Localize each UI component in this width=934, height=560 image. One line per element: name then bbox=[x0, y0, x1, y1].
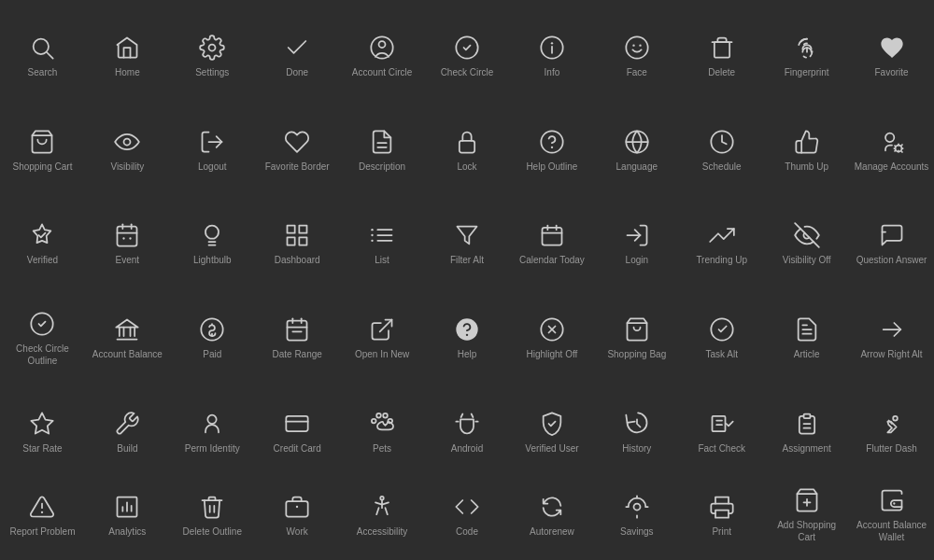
icon-star-rate[interactable]: Star Rate bbox=[0, 385, 85, 480]
icon-history[interactable]: History bbox=[594, 385, 679, 480]
icon-lightbulb[interactable]: Lightbulb bbox=[170, 198, 255, 292]
icon-accessibility[interactable]: Accessibility bbox=[340, 480, 425, 551]
svg-point-20 bbox=[541, 131, 562, 152]
icon-lock[interactable]: Lock bbox=[425, 104, 510, 198]
icon-task-alt[interactable]: Task Alt bbox=[679, 291, 764, 385]
svg-marker-71 bbox=[32, 413, 53, 433]
svg-point-75 bbox=[372, 419, 376, 424]
icon-language[interactable]: Language bbox=[594, 104, 679, 198]
svg-rect-81 bbox=[712, 416, 725, 431]
icon-fingerprint[interactable]: Fingerprint bbox=[764, 9, 849, 104]
icon-event[interactable]: Event bbox=[85, 198, 170, 292]
icon-dashboard[interactable]: Dashboard bbox=[255, 198, 340, 292]
icon-flutter-dash[interactable]: Flutter Dash bbox=[849, 385, 934, 480]
icon-list[interactable]: List bbox=[340, 198, 425, 292]
icon-account-balance[interactable]: Account Balance bbox=[85, 291, 170, 385]
svg-rect-45 bbox=[542, 228, 561, 245]
icon-print[interactable]: Print bbox=[679, 480, 764, 551]
svg-point-25 bbox=[885, 133, 894, 141]
icon-credit-card[interactable]: Credit Card bbox=[255, 385, 340, 480]
icon-savings[interactable]: Savings bbox=[594, 480, 679, 551]
icon-analytics[interactable]: Analytics bbox=[85, 480, 170, 551]
icon-manage-accounts[interactable]: Manage Accounts bbox=[849, 104, 934, 198]
icon-visibility-off[interactable]: Visibility Off bbox=[764, 198, 849, 292]
icon-assignment[interactable]: Assignment bbox=[764, 385, 849, 480]
icon-face[interactable]: Face bbox=[594, 9, 679, 104]
icon-article[interactable]: Article bbox=[764, 291, 849, 385]
icon-account-balance-wallet[interactable]: Account Balance Wallet bbox=[849, 480, 934, 551]
icon-settings[interactable]: Settings bbox=[170, 9, 255, 104]
svg-rect-19 bbox=[460, 141, 474, 153]
svg-line-79 bbox=[461, 414, 463, 418]
icon-schedule[interactable]: Schedule bbox=[679, 104, 764, 198]
icon-trending-up[interactable]: Trending Up bbox=[679, 198, 764, 292]
icon-search[interactable]: Search bbox=[0, 9, 85, 104]
icon-filter-alt[interactable]: Filter Alt bbox=[425, 198, 510, 292]
icon-open-in-new[interactable]: Open In New bbox=[340, 291, 425, 385]
svg-point-0 bbox=[34, 39, 49, 54]
icon-verified-user[interactable]: Verified User bbox=[509, 385, 594, 480]
icon-highlight-off[interactable]: Highlight Off bbox=[509, 291, 594, 385]
icon-autorenew[interactable]: Autorenew bbox=[509, 480, 594, 551]
icon-help[interactable]: Help bbox=[425, 291, 510, 385]
icon-logout[interactable]: Logout bbox=[170, 104, 255, 198]
svg-point-15 bbox=[124, 138, 131, 145]
icon-date-range[interactable]: Date Range bbox=[255, 291, 340, 385]
icon-visibility[interactable]: Visibility bbox=[85, 104, 170, 198]
svg-point-96 bbox=[380, 496, 384, 499]
icon-done[interactable]: Done bbox=[255, 9, 340, 104]
svg-rect-94 bbox=[287, 501, 308, 516]
icon-perm-identity[interactable]: Perm Identity bbox=[170, 385, 255, 480]
svg-rect-84 bbox=[803, 414, 810, 419]
icon-check-circle-outline[interactable]: Check Circle Outline bbox=[0, 291, 85, 385]
icon-shopping-bag[interactable]: Shopping Bag bbox=[594, 291, 679, 385]
icon-report-problem[interactable]: Report Problem bbox=[0, 480, 85, 551]
svg-line-1 bbox=[48, 52, 53, 58]
icon-grid: Search Home Settings Done Account Circle… bbox=[0, 0, 934, 560]
icon-calendar-today[interactable]: Calendar Today bbox=[509, 198, 594, 292]
svg-point-87 bbox=[893, 416, 898, 421]
svg-point-9 bbox=[626, 36, 647, 58]
icon-login[interactable]: Login bbox=[594, 198, 679, 292]
icon-pets[interactable]: Pets bbox=[340, 385, 425, 480]
icon-delete-outline[interactable]: Delete Outline bbox=[170, 480, 255, 551]
svg-rect-54 bbox=[288, 321, 307, 341]
icon-android[interactable]: Android bbox=[425, 385, 510, 480]
icon-fact-check[interactable]: Fact Check bbox=[679, 385, 764, 480]
icon-help-outline[interactable]: Help Outline bbox=[509, 104, 594, 198]
icon-check-circle[interactable]: Check Circle bbox=[425, 9, 510, 104]
icon-add-shopping-cart[interactable]: Add Shopping Cart bbox=[764, 480, 849, 551]
svg-point-53 bbox=[202, 319, 223, 341]
icon-build[interactable]: Build bbox=[85, 385, 170, 480]
icon-work[interactable]: Work bbox=[255, 480, 340, 551]
icon-question-answer[interactable]: Question Answer bbox=[849, 198, 934, 292]
svg-rect-99 bbox=[715, 510, 729, 517]
icon-arrow-right-alt[interactable]: Arrow Right Alt bbox=[849, 291, 934, 385]
svg-point-103 bbox=[893, 502, 895, 504]
svg-line-59 bbox=[380, 320, 392, 332]
svg-rect-35 bbox=[300, 226, 307, 233]
icon-shopping-cart[interactable]: Shopping Cart bbox=[0, 104, 85, 198]
svg-point-2 bbox=[209, 44, 216, 50]
icon-favorite-border[interactable]: Favorite Border bbox=[255, 104, 340, 198]
icon-description[interactable]: Description bbox=[340, 104, 425, 198]
svg-rect-34 bbox=[288, 226, 295, 233]
icon-delete[interactable]: Delete bbox=[679, 9, 764, 104]
icon-paid[interactable]: Paid bbox=[170, 291, 255, 385]
svg-point-77 bbox=[383, 413, 388, 418]
icon-thumb-up[interactable]: Thumb Up bbox=[764, 104, 849, 198]
icon-code[interactable]: Code bbox=[425, 480, 510, 551]
icon-home[interactable]: Home bbox=[85, 9, 170, 104]
svg-point-76 bbox=[376, 413, 381, 418]
svg-marker-44 bbox=[457, 227, 476, 245]
icon-verified[interactable]: Verified bbox=[0, 198, 85, 292]
svg-rect-27 bbox=[118, 227, 137, 246]
icon-account-circle[interactable]: Account Circle bbox=[340, 9, 425, 104]
icon-info[interactable]: Info bbox=[509, 9, 594, 104]
icon-favorite[interactable]: Favorite bbox=[849, 9, 934, 104]
svg-point-98 bbox=[633, 503, 640, 510]
svg-line-80 bbox=[472, 414, 474, 418]
svg-rect-73 bbox=[287, 416, 308, 431]
svg-rect-12 bbox=[715, 42, 729, 57]
svg-rect-36 bbox=[300, 238, 307, 245]
